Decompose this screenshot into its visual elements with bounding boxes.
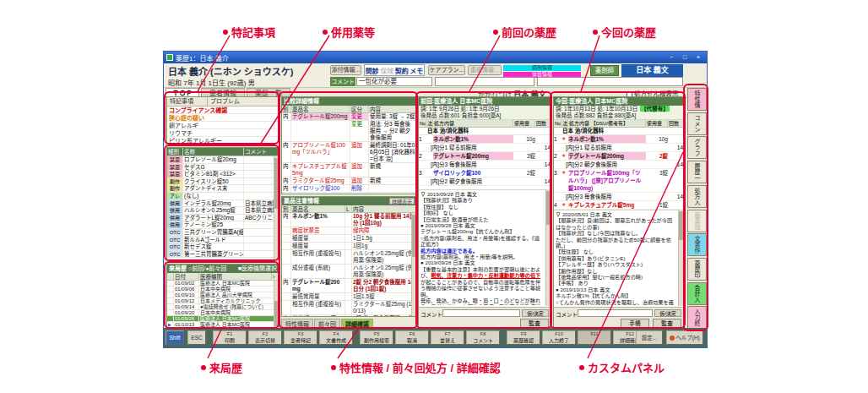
memo-field-1[interactable] — [435, 77, 534, 86]
comparison-row[interactable]: 内テグレトール錠200mg変更使用量: 3錠 → 2錠 — [282, 113, 416, 121]
special-note-item[interactable]: ピリン系アレルギー — [167, 137, 279, 145]
concomitant-scrollbar[interactable] — [274, 156, 279, 259]
rx-drug-row[interactable]: 1ネルボン散1%10g — [419, 135, 551, 144]
fkey-f7[interactable]: F7並替え — [431, 330, 464, 345]
visit-row[interactable]: 01/09/12日本メディカルクリニック — [167, 298, 279, 304]
comparison-row[interactable]: 内アロプリノール錠100mg「ツルハラ」追加最終調剤日: 01年06月05日 [… — [282, 142, 416, 163]
careplan-button[interactable]: ケアプラン... — [428, 65, 465, 75]
comment-input[interactable]: 一包化が必要 — [356, 77, 432, 86]
visit-row[interactable]: 01/09/02医療法人 日本MC医院 — [167, 281, 279, 287]
caution-row[interactable]: 成分重複 (系統)ハルシオン0.25mg錠 (併用薬:保険薬) — [282, 265, 416, 279]
rx-usage-row[interactable]: [内]分2 朝夕食後服用14 — [554, 161, 683, 169]
visit-history-scrollbar[interactable] — [274, 281, 279, 328]
sidebar-tab-accounting-entry[interactable]: 会計入力 — [687, 282, 707, 305]
previous-audit-button[interactable]: 監査 — [520, 319, 549, 328]
previous-draft-button[interactable]: 仮/決定 — [522, 309, 549, 317]
fkey-f8[interactable]: F8コメント — [466, 330, 500, 345]
sidebar-tab-history-print[interactable]: 薬歴印刷 — [687, 258, 707, 281]
techo-button[interactable]: 手帳 — [621, 319, 649, 328]
memo-field-2[interactable] — [537, 77, 683, 86]
concomitant-row[interactable]: 併用テノーミン錠25 — [167, 221, 279, 229]
caution-row[interactable]: 極度量1回1g — [282, 243, 416, 250]
rx-drug-row[interactable]: 2★テグレトール錠200mg2錠 — [554, 152, 683, 161]
fkey-f2[interactable]: F2表示切替 — [248, 330, 282, 345]
concomitant-row[interactable]: 副作クライスリン錠50 — [167, 178, 279, 186]
concomitant-row[interactable]: OTC三共グリーン胃腸薬A(細粒) — [167, 229, 279, 237]
rx-drug-row[interactable]: 3★アロプリノール錠100mg「ツルハラ」 ([原]アロプリノール錠100mg)… — [554, 169, 683, 193]
fkey-f10[interactable]: F10入力終了 — [542, 330, 576, 345]
rx-usage-row[interactable]: [内]分2 朝夕食後服用14 — [419, 177, 551, 186]
fkey-f5[interactable]: F5副作用検索 — [360, 330, 393, 345]
sort-icon[interactable]: › — [272, 273, 279, 280]
visit-row[interactable]: 01/09/20日本中央病院 — [167, 310, 279, 316]
rx-usage-row[interactable]: [内]分3 毎食後服用14 — [419, 161, 551, 169]
concomitant-row[interactable]: 禁忌セデスG — [167, 164, 279, 172]
sidebar-tab-comment[interactable]: コメント — [687, 112, 707, 135]
visit-row[interactable]: 01/09/06日本中央病院 — [167, 287, 279, 292]
window-titlebar[interactable]: 薬歴1：日本 義介 − □ × — [164, 52, 707, 63]
settings-button[interactable]: 設定... — [636, 330, 663, 345]
visit-row[interactable]: 01/09/14●電話問合せ (残薬について) — [167, 304, 279, 310]
concomitant-row[interactable]: OTC新ルルAゴールド — [167, 237, 279, 244]
rx-usage-row[interactable]: [内]分1 寝る前服用14 — [554, 144, 683, 152]
current-notes-scrollbar[interactable] — [678, 210, 683, 306]
close-button[interactable]: × — [692, 53, 704, 62]
concomitant-row[interactable]: 併用インデラル錠20mg日本県立病院 — [167, 200, 279, 208]
concomitant-row[interactable]: OTC第一三共胃腸薬グリーン錠 — [167, 251, 279, 259]
fkey-f4[interactable]: F4文書作成 — [319, 330, 353, 345]
visit-row[interactable]: ▶01/10/13医療法人 日本MC医院 — [167, 322, 279, 328]
fkey-f6[interactable]: F6取消 — [395, 330, 429, 345]
special-note-item[interactable]: 狭心症の疑い — [167, 114, 279, 122]
rx-drug-row[interactable]: 1★ネルボン散1%10g — [554, 135, 683, 144]
sidebar-tab-history-list[interactable]: 履歴一覧 — [687, 161, 707, 183]
sidebar-tab-graph[interactable]: グラフ — [687, 136, 707, 159]
esc-key[interactable]: ESC — [187, 330, 206, 345]
current-soap-notes[interactable]: ∇ 2020/05/01 日本 義文【服薬状況】良(前回は、服薬忘れがあったが今… — [554, 210, 683, 305]
sidebar-tab-entry-finish[interactable]: 入力終了 — [687, 306, 707, 329]
previous-soap-notes[interactable]: ∇ 2019/09/28 日本 義文【残薬状況】残薬あり【既往歴】 なし【嗜好】… — [419, 189, 551, 305]
drug-caution-scrollbar[interactable] — [411, 213, 416, 316]
rx-usage-row[interactable]: [内]分3 毎食後服用14 — [554, 193, 683, 201]
visit-row[interactable]: 01/09/26医療法人 日本MC医院 — [167, 316, 279, 322]
sidebar-tab-rx-entry[interactable]: 処方入力 — [687, 185, 707, 208]
concomitant-row[interactable]: 禁忌ビタミンB1剤 <312> — [167, 171, 279, 178]
concomitant-row[interactable]: 禁忌ロプレソール錠20mg — [167, 156, 279, 164]
duplicate-info-button[interactable]: 重複情報... — [468, 65, 502, 75]
concomitant-row[interactable]: 併用ハルシオン0.25mg錠日本県立病院 — [167, 207, 279, 215]
rx-usage-row[interactable]: [内]分1 寝る前服用14 — [419, 144, 551, 152]
previous-notes-scrollbar[interactable] — [545, 189, 551, 306]
fkey-f9[interactable]: F9薬歴確認 — [507, 330, 540, 345]
hoken-flag[interactable]: 保険 — [380, 66, 393, 75]
previous-comment-input[interactable] — [442, 309, 520, 317]
org-select-label[interactable]: ■医療機関選択 — [238, 265, 277, 273]
caution-row[interactable]: 病症状禁忌緑内障 — [282, 227, 416, 235]
visit-row[interactable]: 01/09/10医療法人 品川大学病院 — [167, 292, 279, 298]
rx-drug-row[interactable]: 2テグレトール錠200mg3錠 — [419, 152, 551, 161]
caution-row[interactable]: 相互作用 (重複投与)ラミクタール錠25mg (10/13) — [282, 301, 416, 315]
concomitant-row[interactable]: OTC新セデス錠 — [167, 243, 279, 251]
keiyaku-flag[interactable]: 契約 — [395, 66, 409, 75]
pharmacist-button[interactable]: 薬剤師 — [590, 65, 619, 76]
rx-drug-row[interactable]: 4★キプレスチュアブル錠5mg1錠 — [554, 201, 683, 210]
minimize-button[interactable]: − — [665, 53, 677, 62]
caution-row[interactable]: 内ネルボン散1%10g 分1 寝る前服用 14日分 (1回10g) — [282, 213, 416, 227]
help-button[interactable]: ヘルプ(H) — [666, 330, 703, 345]
current-audit-button[interactable]: 監査 — [653, 319, 681, 328]
caution-row[interactable]: 相互作用 (重複投与)ハルシオン0.25mg錠 (併用薬:保険薬) — [282, 250, 416, 265]
sidebar-tab-characteristic-info[interactable]: 特性情報 — [687, 88, 707, 111]
problem-title[interactable]: プロブレム — [208, 97, 279, 106]
caution-row[interactable]: 最低常用量1回1.5錠 — [282, 293, 416, 301]
memo-flag[interactable]: メモ — [410, 66, 423, 75]
special-note-item[interactable]: コンプライアンス確認 — [167, 106, 279, 114]
special-note-item[interactable]: リウマチ — [167, 129, 279, 137]
fkey-f3[interactable]: F3患者特記 — [284, 330, 317, 345]
attach-info-button[interactable]: 添付情報... — [330, 65, 361, 75]
monshin-flag[interactable]: 問診 — [366, 66, 379, 75]
current-draft-button[interactable]: 仮/決定 — [654, 309, 681, 317]
rx-drug-row[interactable]: 3ザイロリック錠1002錠 — [419, 169, 551, 177]
comparison-row[interactable]: 内キプレスチュアブル錠5mg追加新規 — [282, 163, 416, 177]
special-note-item[interactable]: 卵アレルギ — [167, 122, 279, 129]
concomitant-row[interactable]: アレ(なし) — [167, 193, 279, 200]
comparison-row[interactable]: 内ザイロリック錠100削除 — [282, 185, 416, 193]
comparison-row[interactable]: 内ラミクタール錠25mg追加新規 — [282, 177, 416, 185]
